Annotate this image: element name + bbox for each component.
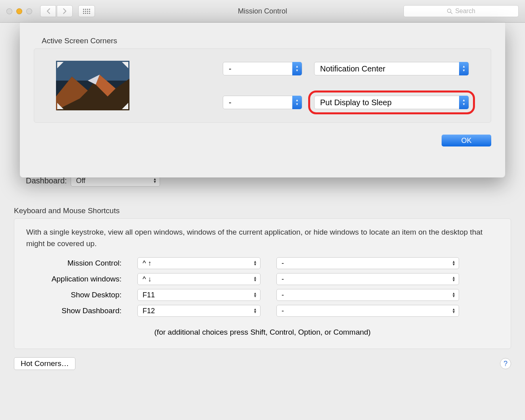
active-corners-sheet: Active Screen Corners - ▲▼ Notification … bbox=[20, 23, 505, 177]
chevron-updown-icon: ▲▼ bbox=[459, 96, 469, 109]
corner-indicator-br bbox=[122, 103, 128, 109]
close-button[interactable] bbox=[6, 8, 12, 14]
svg-line-1 bbox=[451, 12, 452, 13]
ok-button[interactable]: OK bbox=[442, 135, 491, 146]
kbm-row-label: Show Dashboard: bbox=[26, 306, 122, 315]
show-dashboard-kb-select[interactable]: F12▲▼ bbox=[137, 305, 261, 317]
mission-control-kb-select[interactable]: ^ ↑▲▼ bbox=[137, 257, 261, 269]
corner-top-left-select[interactable]: - ▲▼ bbox=[223, 62, 302, 75]
corner-indicator-tr bbox=[122, 62, 128, 68]
zoom-button[interactable] bbox=[26, 8, 32, 14]
corners-box: - ▲▼ Notification Center ▲▼ - ▲▼ bbox=[34, 48, 491, 123]
highlight-annotation: Put Display to Sleep ▲▼ bbox=[308, 91, 475, 114]
chevron-updown-icon: ▲▼ bbox=[253, 276, 257, 282]
corner-value: - bbox=[229, 98, 232, 107]
chevron-updown-icon: ▲▼ bbox=[452, 292, 456, 298]
sheet-title: Active Screen Corners bbox=[42, 37, 491, 45]
corner-indicator-bl bbox=[57, 103, 64, 109]
window-title: Mission Control bbox=[238, 7, 287, 15]
traffic-lights bbox=[6, 8, 32, 14]
search-icon bbox=[447, 8, 453, 14]
chevron-updown-icon: ▲▼ bbox=[153, 178, 156, 183]
search-input[interactable]: Search bbox=[403, 5, 519, 17]
minimize-button[interactable] bbox=[16, 8, 22, 14]
help-button[interactable]: ? bbox=[500, 358, 511, 369]
show-desktop-mouse-select[interactable]: -▲▼ bbox=[276, 289, 459, 301]
corner-bottom-left-select[interactable]: - ▲▼ bbox=[223, 96, 302, 109]
nav-buttons bbox=[40, 5, 73, 17]
hot-corners-button[interactable]: Hot Corners… bbox=[14, 357, 75, 370]
corner-value: - bbox=[229, 64, 232, 73]
corner-value: Put Display to Sleep bbox=[320, 98, 392, 107]
search-placeholder: Search bbox=[455, 8, 475, 15]
kbm-footer: (for additional choices press Shift, Con… bbox=[26, 328, 499, 337]
kbm-grid: Mission Control: ^ ↑▲▼ -▲▼ Application w… bbox=[26, 257, 499, 317]
corner-top-right-select[interactable]: Notification Center ▲▼ bbox=[314, 62, 469, 75]
kbm-section-title: Keyboard and Mouse Shortcuts bbox=[14, 206, 511, 215]
kbm-row-label: Mission Control: bbox=[26, 259, 122, 268]
kbm-box: With a single keystroke, view all open w… bbox=[14, 218, 511, 349]
show-all-button[interactable] bbox=[78, 5, 95, 17]
show-desktop-kb-select[interactable]: F11▲▼ bbox=[137, 289, 261, 301]
mission-control-mouse-select[interactable]: -▲▼ bbox=[276, 257, 459, 269]
corner-indicator-tl bbox=[57, 62, 64, 68]
chevron-updown-icon: ▲▼ bbox=[292, 62, 302, 75]
grid-icon bbox=[83, 9, 90, 14]
bottom-bar: Hot Corners… ? bbox=[14, 357, 511, 370]
back-button[interactable] bbox=[40, 5, 56, 17]
app-windows-mouse-select[interactable]: -▲▼ bbox=[276, 273, 459, 285]
chevron-updown-icon: ▲▼ bbox=[253, 308, 257, 314]
chevron-updown-icon: ▲▼ bbox=[452, 308, 456, 314]
show-dashboard-mouse-select[interactable]: -▲▼ bbox=[276, 305, 459, 317]
kbm-row-label: Application windows: bbox=[26, 275, 122, 283]
app-windows-kb-select[interactable]: ^ ↓▲▼ bbox=[137, 273, 261, 285]
kbm-row-label: Show Desktop: bbox=[26, 291, 122, 299]
main-panel: Dashboard: Off ▲▼ Keyboard and Mouse Sho… bbox=[14, 175, 511, 349]
chevron-updown-icon: ▲▼ bbox=[253, 292, 257, 298]
chevron-updown-icon: ▲▼ bbox=[452, 260, 456, 266]
chevron-updown-icon: ▲▼ bbox=[459, 62, 469, 75]
forward-button[interactable] bbox=[57, 5, 73, 17]
display-preview bbox=[56, 61, 129, 110]
chevron-updown-icon: ▲▼ bbox=[452, 276, 456, 282]
dashboard-value: Off bbox=[76, 177, 85, 185]
sheet-buttons: OK bbox=[34, 135, 491, 146]
svg-rect-3 bbox=[56, 61, 129, 81]
corner-value: Notification Center bbox=[320, 64, 386, 73]
kbm-description: With a single keystroke, view all open w… bbox=[26, 227, 499, 249]
chevron-updown-icon: ▲▼ bbox=[253, 260, 257, 266]
corner-bottom-right-select[interactable]: Put Display to Sleep ▲▼ bbox=[314, 96, 469, 109]
window-toolbar: Mission Control Search bbox=[0, 0, 525, 23]
chevron-updown-icon: ▲▼ bbox=[292, 96, 302, 109]
